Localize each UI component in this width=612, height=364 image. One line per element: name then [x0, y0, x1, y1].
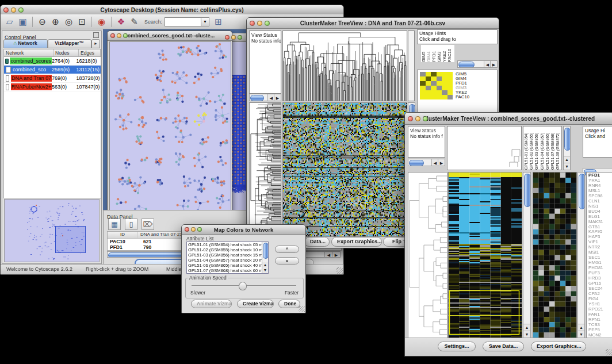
done-button[interactable]: Done [278, 300, 300, 308]
scroll-down-arrow[interactable]: ▼ [523, 331, 530, 338]
resize-grip[interactable] [336, 267, 343, 274]
tv2-heat-vscrollbar[interactable]: ▲ ▼ [523, 172, 531, 338]
scroll-right-arrow[interactable]: ▶ [490, 61, 497, 68]
tv1-status-hscrollbar[interactable]: ◀ ▶ [249, 94, 281, 101]
zoom-button[interactable] [197, 227, 202, 232]
save-data--button[interactable]: Save Data... [483, 342, 524, 351]
tab-vizmapper[interactable]: VizMapper™ [48, 39, 92, 48]
zoom-button[interactable] [18, 7, 24, 13]
close-button[interactable] [185, 227, 189, 232]
dialog-titlebar[interactable]: Map Colors to Network [182, 225, 305, 235]
scrollbar-thumb[interactable] [250, 95, 264, 101]
close-button[interactable] [250, 21, 255, 26]
close-button[interactable] [110, 33, 115, 38]
network-row[interactable]: combined_scores2764(0)16218(0) [4, 57, 101, 66]
scroll-left-arrow[interactable]: ◀ [324, 252, 332, 258]
help-lifesaver-icon[interactable]: ◉ [96, 16, 107, 28]
annotation-icon[interactable]: ✎ [129, 16, 140, 28]
scroll-down-arrow[interactable]: ▼ [262, 267, 268, 273]
minimize-button[interactable] [191, 227, 196, 232]
data--button[interactable]: Data... [304, 237, 330, 247]
scrollbar-thumb[interactable] [524, 174, 531, 207]
minimize-button[interactable] [117, 33, 121, 38]
tv1-row-dendrogram[interactable] [250, 103, 281, 236]
scroll-up-arrow[interactable]: ▲ [578, 324, 584, 331]
tab-network[interactable]: ∴Network [3, 39, 48, 48]
network-window-1-titlebar[interactable]: combined_scores_good.txt--cluste... [108, 31, 232, 41]
export-graphics--button[interactable]: Export Graphics... [531, 342, 586, 351]
open-folder-icon[interactable]: ▱ [4, 16, 15, 28]
tv2-heatmap[interactable] [449, 173, 522, 338]
tv1-zoom-hscrollbar[interactable]: ◀ ▶ [457, 60, 498, 68]
minimize-button[interactable] [415, 116, 420, 121]
more-tabs-button[interactable]: ► [91, 39, 100, 48]
column-header-network[interactable]: Network [4, 49, 53, 56]
network-row[interactable]: combined_sco2569(6)13112(15) [4, 66, 101, 74]
save-icon[interactable]: ▣ [17, 16, 28, 28]
main-titlebar[interactable]: Cytoscape Desktop (Session Name: collins… [1, 5, 343, 15]
scrollbar-thumb[interactable] [263, 243, 268, 259]
float-panel-icon[interactable] [93, 32, 99, 38]
tv2-zoom-vscrollbar[interactable]: ▲ ▼ [577, 172, 585, 338]
minimize-button[interactable] [231, 35, 236, 40]
zoom-in-icon[interactable]: ⊕ [50, 16, 61, 28]
move-up-button[interactable]: ^ [275, 246, 299, 253]
tv2-status-hscrollbar[interactable]: ◀ ▶ [408, 159, 445, 166]
resize-grip[interactable] [299, 306, 305, 312]
scrollbar-thumb[interactable] [564, 128, 571, 151]
attribute-item[interactable]: GPL51-07 (GSM868) heat shock 60 min [187, 269, 262, 274]
scroll-down-arrow[interactable]: ▼ [564, 163, 570, 170]
zoom-out-icon[interactable]: ⊖ [37, 16, 48, 28]
search-input[interactable] [165, 17, 201, 26]
tv2-row-dendrogram[interactable] [408, 173, 447, 338]
zoom-button[interactable] [265, 21, 270, 26]
minimize-button[interactable] [257, 21, 262, 26]
column-header-nodes[interactable]: Nodes [53, 49, 79, 56]
minimize-button[interactable] [11, 7, 16, 13]
scroll-right-arrow[interactable]: ▶ [438, 159, 445, 166]
network-canvas[interactable] [110, 42, 230, 216]
attribute-list[interactable]: GPL51-01 (GSM854) heat shock 05 minGPL51… [186, 242, 269, 274]
zoom-selected-icon[interactable]: ⊡ [76, 16, 87, 28]
export-graphics--button[interactable]: Export Graphics... [331, 237, 382, 247]
tv2-column-dendrogram[interactable] [447, 127, 521, 170]
scrollbar-thumb[interactable] [579, 174, 585, 209]
scroll-right-arrow[interactable]: ▶ [274, 94, 281, 101]
new-attribute-icon[interactable]: ▯ [125, 219, 137, 230]
close-button[interactable] [3, 7, 9, 13]
scroll-up-arrow[interactable]: ▲ [262, 262, 268, 267]
tv2-zoom-heatmap[interactable] [533, 173, 576, 338]
scroll-up-arrow[interactable]: ▲ [523, 324, 530, 331]
resize-grip[interactable] [606, 349, 612, 355]
scroll-right-arrow[interactable]: ▶ [332, 252, 340, 258]
network-row[interactable]: DNA and Tran 07769(0)183728(0) [4, 74, 101, 83]
scroll-up-arrow[interactable]: ▲ [564, 156, 570, 163]
move-down-button[interactable]: v [275, 257, 299, 265]
delete-attribute-icon[interactable]: ⌦ [141, 219, 154, 230]
vizmapper-icon[interactable]: ❖ [116, 16, 127, 28]
tv1-zoom-matrix[interactable] [420, 72, 453, 99]
select-attributes-icon[interactable]: ▦ [108, 219, 121, 230]
create-vizmap-button[interactable]: Create Vizmap [237, 300, 274, 308]
search-dropdown-button[interactable]: ▼ [201, 17, 209, 26]
tv1-col-scroll-strip[interactable] [408, 30, 415, 101]
network-row[interactable]: RNAPuberNov2+563(0)107847(0) [4, 83, 101, 91]
column-header-edges[interactable]: Edges [79, 49, 101, 56]
zoom-button[interactable] [423, 116, 428, 121]
treeview1-titlebar[interactable]: ClusterMaker TreeView : DNA and Tran 07-… [247, 18, 499, 29]
close-button[interactable] [225, 35, 230, 40]
settings--button[interactable]: Settings... [438, 342, 476, 351]
tv2-collabel-vscrollbar[interactable]: ▲ ▼ [563, 126, 571, 170]
table-import-icon[interactable]: ⊞ [213, 16, 224, 28]
zoom-button[interactable] [238, 35, 242, 40]
scroll-down-arrow[interactable]: ▼ [578, 331, 584, 338]
tv1-column-dendrogram[interactable] [283, 31, 407, 101]
slider-thumb[interactable] [239, 282, 247, 290]
birdseye-canvas[interactable] [5, 200, 99, 262]
close-button[interactable] [408, 116, 413, 121]
scrollbar-thumb[interactable] [409, 160, 424, 166]
zoom-button[interactable] [123, 33, 128, 38]
scrollbar-thumb[interactable] [458, 62, 475, 68]
birdseye-view[interactable] [4, 199, 100, 262]
zoom-fit-icon[interactable]: ◎ [63, 16, 74, 28]
